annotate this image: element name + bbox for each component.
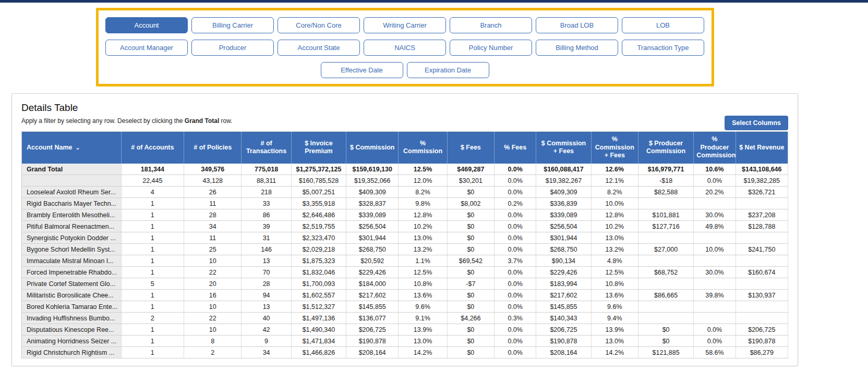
filter-button-billing-carrier[interactable]: Billing Carrier — [191, 17, 274, 33]
value-cell: $208,164 — [536, 347, 591, 358]
value-cell: $1,466,826 — [291, 347, 346, 358]
value-cell — [638, 278, 693, 290]
column-header--commission-fees[interactable]: % Commission + Fees — [591, 132, 638, 164]
column-header-label: $ Net Revenue — [739, 144, 784, 151]
value-cell: $136,077 — [346, 313, 399, 324]
column-header--commission-fees[interactable]: $ Commission + Fees — [536, 132, 591, 164]
column-header--invoice-premium[interactable]: $ Invoice Premium — [291, 132, 346, 164]
column-header--producer-commission[interactable]: $ Producer Commission — [638, 132, 693, 164]
filter-button-billing-method[interactable]: Billing Method — [536, 40, 618, 56]
value-cell: $2,323,470 — [291, 232, 346, 244]
value-cell: $206,725 — [736, 324, 788, 336]
value-cell: 9.1% — [399, 313, 447, 324]
value-cell: $0 — [447, 209, 494, 221]
column-header--of-policies[interactable]: # of Policies — [184, 132, 242, 164]
value-cell: $0 — [447, 324, 494, 336]
value-cell: 1 — [121, 221, 184, 232]
table-row[interactable]: Invading Huffishness Bumbo...22240$1,497… — [22, 313, 788, 324]
table-row[interactable]: Private Cortef Statement Glo...52028$1,7… — [22, 278, 788, 290]
filter-button-naics[interactable]: NAICS — [364, 40, 446, 56]
value-cell: $0 — [447, 221, 494, 232]
account-name-cell: Private Cortef Statement Glo... — [22, 278, 122, 290]
value-cell: $0 — [447, 290, 494, 301]
column-header-label: # of Accounts — [131, 144, 174, 151]
value-cell — [694, 313, 736, 324]
value-cell: 13 — [242, 301, 291, 313]
column-header--of-accounts[interactable]: # of Accounts — [121, 132, 184, 164]
table-row[interactable]: Synergistic Potyokin Dodder ...11131$2,3… — [22, 232, 788, 244]
table-row[interactable]: Pitiful Balmoral Reenactmen...13439$2,51… — [22, 221, 788, 232]
filter-button-effective-date[interactable]: Effective Date — [321, 62, 403, 78]
column-header--producer-commission[interactable]: % Producer Commission — [694, 132, 736, 164]
table-row[interactable]: Forced Impenetrable Rhabdo...12270$1,832… — [22, 267, 788, 278]
grand-total-row[interactable]: Grand Total181,344349,576775,018$1,275,3… — [22, 164, 788, 175]
table-row[interactable]: Disputatious Kinescope Ree...11042$1,490… — [22, 324, 788, 336]
value-cell: $19,382,267 — [536, 175, 591, 187]
top-accent-bar — [0, 0, 868, 3]
value-cell: $0 — [638, 324, 693, 336]
value-cell: 0.0% — [495, 232, 536, 244]
filter-button-lob[interactable]: LOB — [622, 17, 704, 33]
value-cell: 1 — [121, 209, 184, 221]
value-cell: 13.0% — [399, 336, 447, 347]
value-cell: 0.0% — [694, 324, 736, 336]
value-cell: 8 — [184, 336, 242, 347]
filter-button-transaction-type[interactable]: Transaction Type — [622, 40, 704, 56]
filter-button-broad-lob[interactable]: Broad LOB — [536, 17, 618, 33]
value-cell: 0.0% — [694, 336, 736, 347]
filter-button-core-non-core[interactable]: Core/Non Core — [278, 17, 360, 33]
table-row[interactable]: Brambly Enterolith Mesotheli...12886$2,6… — [22, 209, 788, 221]
table-row[interactable]: Rigid Baccharis Mayer Techn...11133$3,35… — [22, 198, 788, 209]
table-row[interactable]: Militaristic Borosilicate Chee...11694$1… — [22, 290, 788, 301]
filter-button-writing-carrier[interactable]: Writing Carrier — [364, 17, 446, 33]
value-cell: $8,002 — [447, 198, 494, 209]
value-cell: $229,426 — [346, 267, 399, 278]
column-header--of-transactions[interactable]: # of Transactions — [242, 132, 291, 164]
value-cell: $336,839 — [536, 198, 591, 209]
table-row[interactable]: Animating Horridness Seizer ...189$1,471… — [22, 336, 788, 347]
column-header--commission[interactable]: % Commission — [399, 132, 447, 164]
table-row[interactable]: Immaculate Mistral Minoan I...11013$1,87… — [22, 255, 788, 267]
value-cell: 10.0% — [591, 198, 638, 209]
value-cell: 0.0% — [694, 175, 736, 187]
select-columns-button[interactable]: Select Columns — [725, 116, 788, 130]
filter-button-account[interactable]: Account — [105, 17, 188, 33]
value-cell: 22 — [184, 313, 242, 324]
table-row[interactable]: Bored Kohleria Tamarao Ente...11013$1,51… — [22, 301, 788, 313]
filter-button-branch[interactable]: Branch — [450, 17, 532, 33]
value-cell: 0.0% — [495, 187, 536, 198]
column-header--commission[interactable]: $ Commission — [346, 132, 399, 164]
value-cell: 31 — [242, 232, 291, 244]
value-cell — [638, 301, 693, 313]
value-cell: $190,878 — [536, 336, 591, 347]
value-cell: $128,788 — [736, 221, 788, 232]
column-header--net-revenue[interactable]: $ Net Revenue — [736, 132, 788, 164]
value-cell: $160,088,417 — [536, 164, 591, 175]
value-cell: 39 — [242, 221, 291, 232]
filter-button-expiration-date[interactable]: Expiration Date — [407, 62, 489, 78]
column-header--fees[interactable]: % Fees — [495, 132, 536, 164]
column-header-account-name[interactable]: Account Name⌄ — [22, 132, 122, 164]
filter-button-policy-number[interactable]: Policy Number — [450, 40, 532, 56]
value-cell: 12.5% — [591, 267, 638, 278]
column-header-label: % Fees — [504, 144, 526, 151]
table-row[interactable]: 22,44543,12888,311$160,785,528$19,352,06… — [22, 175, 788, 187]
filter-button-account-manager[interactable]: Account Manager — [105, 40, 188, 56]
filter-button-producer[interactable]: Producer — [191, 40, 274, 56]
value-cell — [694, 255, 736, 267]
column-header--fees[interactable]: $ Fees — [447, 132, 494, 164]
account-name-cell: Animating Horridness Seizer ... — [22, 336, 122, 347]
value-cell: 4 — [121, 187, 184, 198]
value-cell: 13.9% — [399, 324, 447, 336]
table-row[interactable]: Looseleaf Axolotl Rheum Ser...426218$5,0… — [22, 187, 788, 198]
value-cell: 13.9% — [591, 324, 638, 336]
filter-button-account-state[interactable]: Account State — [278, 40, 360, 56]
value-cell: 9.6% — [399, 301, 447, 313]
table-row[interactable]: Bygone Schorl Medellin Syst...125146$2,0… — [22, 244, 788, 255]
table-row[interactable]: Rigid Christchurch Rightism ...1234$1,46… — [22, 347, 788, 358]
value-cell: 13.2% — [399, 244, 447, 255]
value-cell: $127,716 — [638, 221, 693, 232]
value-cell: 9 — [242, 336, 291, 347]
value-cell: $190,878 — [346, 336, 399, 347]
value-cell: 10 — [184, 301, 242, 313]
